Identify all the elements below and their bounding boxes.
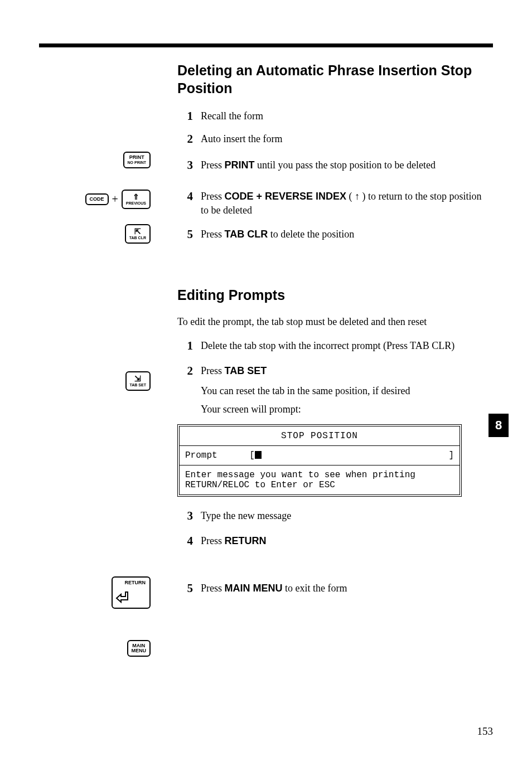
margin-keys-column: CODE + ⇑ PREVIOUS xyxy=(0,190,177,209)
step-item: 3Type the new message xyxy=(183,509,487,523)
step-list: 1Recall the form2Auto insert the form3Pr… xyxy=(183,109,487,241)
key-label: TAB CLR xyxy=(129,236,146,240)
page-number: 153 xyxy=(477,725,494,738)
step-list: 1Delete the tab stop with the incorrect … xyxy=(183,339,487,378)
chapter-tab-badge: 8 xyxy=(489,414,509,437)
step-item: 2Press TAB SET xyxy=(183,364,487,378)
key-label: PREVIOUS xyxy=(126,201,146,205)
code-key-icon: CODE xyxy=(85,193,109,205)
main-menu-key-icon: MAIN MENU xyxy=(127,640,151,657)
print-key-icon: PRINT NO PRINT xyxy=(123,152,151,168)
note-text: You can reset the tab in the same positi… xyxy=(201,385,487,397)
step-item: 5Press TAB CLR to delete the position xyxy=(183,227,487,241)
step-number: 3 xyxy=(183,158,193,172)
key-label: MENU xyxy=(132,648,147,653)
top-rule xyxy=(39,43,493,47)
step-item: 3Press PRINT until you pass the stop pos… xyxy=(183,158,487,172)
step-text: Auto insert the form xyxy=(201,132,282,146)
key-name: MAIN MENU xyxy=(225,583,283,594)
margin-keys-column: PRINT NO PRINT xyxy=(0,152,177,168)
step-number: 1 xyxy=(183,339,193,353)
key-label: CODE xyxy=(90,196,104,202)
cursor-icon xyxy=(255,451,262,459)
step-item: 1Delete the tab stop with the incorrect … xyxy=(183,339,487,353)
screen-hint-line: Enter message you want to see when print… xyxy=(185,470,454,480)
step-item: 4Press CODE + REVERSE INDEX ( ↑ ) to ret… xyxy=(183,190,487,217)
left-bracket: [ xyxy=(249,450,255,460)
step-number: 2 xyxy=(183,132,193,146)
screen-hint-line: RETURN/RELOC to Enter or ESC xyxy=(185,480,454,490)
section-heading: Editing Prompts xyxy=(177,286,487,304)
key-name: TAB CLR xyxy=(225,229,268,240)
tab-clr-key-icon: ⇱ TAB CLR xyxy=(125,224,151,244)
screen-title: STOP POSITION xyxy=(180,426,460,445)
step-item: 4Press RETURN xyxy=(183,534,487,548)
reverse-index-key-icon: ⇑ PREVIOUS xyxy=(122,190,151,209)
margin-keys-column: ⇲ TAB SET xyxy=(0,371,177,391)
step-number: 5 xyxy=(183,227,193,241)
tab-set-glyph-icon: ⇲ xyxy=(130,375,146,382)
return-arrow-icon xyxy=(115,590,131,605)
step-number: 3 xyxy=(183,509,193,523)
screen-hint: Enter message you want to see when print… xyxy=(180,465,460,494)
step-text: Delete the tab stop with the incorrect p… xyxy=(201,339,454,353)
margin-keys-column: MAIN MENU xyxy=(0,640,177,657)
tab-clr-glyph-icon: ⇱ xyxy=(129,227,146,235)
screen-prompt-label: Prompt xyxy=(185,450,217,460)
key-label: NO PRINT xyxy=(128,161,146,164)
screen-prompt-box: STOP POSITION Prompt [ ] Enter message y… xyxy=(177,424,462,497)
key-name: PRINT xyxy=(225,159,255,171)
step-text: Press TAB CLR to delete the position xyxy=(201,227,354,241)
key-label: TAB SET xyxy=(130,383,146,387)
margin-keys-column: RETURN xyxy=(0,576,177,609)
step-number: 2 xyxy=(183,364,193,378)
main-content: Deleting an Automatic Phrase Insertion S… xyxy=(177,61,487,604)
step-text: Press CODE + REVERSE INDEX ( ↑ ) to retu… xyxy=(201,190,487,217)
step-number: 1 xyxy=(183,109,193,123)
section-heading: Deleting an Automatic Phrase Insertion S… xyxy=(177,61,487,97)
step-number: 4 xyxy=(183,534,193,548)
step-text: Press PRINT until you pass the stop posi… xyxy=(201,158,436,172)
up-arrow-icon: ⇑ xyxy=(126,193,146,201)
key-name: CODE + REVERSE INDEX xyxy=(225,191,347,202)
step-text: Press MAIN MENU to exit the form xyxy=(201,581,347,595)
step-text: Type the new message xyxy=(201,509,291,523)
step-list: 3Type the new message4Press RETURN5Press… xyxy=(183,509,487,596)
step-text: Recall the form xyxy=(201,109,263,123)
step-item: 2Auto insert the form xyxy=(183,132,487,146)
return-key-icon: RETURN xyxy=(112,576,151,609)
note-text: Your screen will prompt: xyxy=(201,404,487,415)
key-label: RETURN xyxy=(125,580,146,585)
right-bracket: ] xyxy=(448,450,454,460)
step-number: 5 xyxy=(183,581,193,595)
screen-prompt-row: Prompt [ ] xyxy=(180,446,460,465)
step-item: 5Press MAIN MENU to exit the form xyxy=(183,581,487,595)
step-text: Press TAB SET xyxy=(201,364,267,378)
step-text: Press RETURN xyxy=(201,534,267,548)
key-name: TAB SET xyxy=(225,365,267,376)
tab-set-key-icon: ⇲ TAB SET xyxy=(125,371,151,391)
step-item: 1Recall the form xyxy=(183,109,487,123)
step-number: 4 xyxy=(183,190,193,217)
key-name: RETURN xyxy=(225,535,267,546)
margin-keys-column: ⇱ TAB CLR xyxy=(0,224,177,244)
plus-icon: + xyxy=(112,193,118,206)
intro-text: To edit the prompt, the tab stop must be… xyxy=(177,316,487,328)
key-label: PRINT xyxy=(129,154,144,160)
